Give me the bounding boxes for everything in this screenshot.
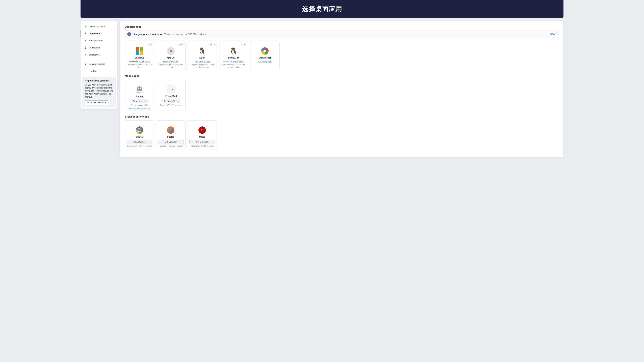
survey-button[interactable]: TAKE THE SURVEY [85, 100, 108, 105]
windows-note: Requires Windows 8.1, 10 (32 & 64 bit) [127, 64, 152, 68]
linux-version: v 3.6.1 [210, 44, 215, 46]
sidebar-item-dedicated-ip[interactable]: 🔒 Dedicated IP [80, 44, 118, 51]
linux-arm64-link[interactable]: arm64 [233, 61, 238, 63]
linux-download-link[interactable]: Download (64-bit) [194, 61, 210, 63]
macos-download-row: Download (64-bit) [163, 61, 178, 63]
chromebook-icon [261, 47, 268, 55]
android-note1: Requires Android 5.0+ [131, 104, 148, 107]
firefox-note: Requires Firefox v57 or Newer [159, 145, 183, 147]
android-robot-icon: 🤖 [136, 86, 142, 91]
linux-arm-download-row: Download arm64 armhf [223, 61, 244, 63]
linux-icon: 🐧 [198, 47, 206, 55]
opera-app-card: O Opera Get Extension Requires Opera v52… [188, 120, 217, 149]
linux-name: Linux [200, 57, 205, 59]
sidebar-item-log-out[interactable]: ↩ Log Out [80, 67, 118, 74]
chrome-name: Chrome [136, 136, 144, 138]
android-label: android [136, 91, 143, 93]
top-banner: 选择桌面应用 [80, 0, 564, 18]
firefox-icon [167, 126, 174, 134]
firefox-icon-area [166, 126, 175, 134]
chromebook-smart-dns-link[interactable]: Set Smart DNS [258, 61, 272, 63]
sidebar-item-identity-guard[interactable]: ✔ Identity Guard [80, 37, 118, 44]
dns-icon: ◎ [84, 53, 87, 56]
android-app-card: 🤖 android Android Go to play store Requi… [125, 80, 154, 111]
changelog-view-link[interactable]: VIEW › [550, 33, 556, 35]
macos-icon-area: ✕ [166, 47, 175, 55]
ios-note1: Requires iOS 12.1 or Newer [160, 104, 182, 107]
support-icon: ◉ [84, 62, 87, 65]
sidebar-item-contact-support[interactable]: ◉ Contact Support [80, 60, 118, 67]
firefox-name: Firefox [168, 136, 174, 138]
windows-version: v 3.6.1 [147, 44, 152, 46]
mobile-section-title: Mobile apps [125, 74, 559, 77]
chromebook-version [277, 44, 278, 46]
firefox-app-card: Firefox Get Extension Requires Firefox v… [156, 120, 186, 149]
sidebar-item-smart-dns[interactable]: ◎ Smart DNS [80, 51, 118, 58]
macos-app-card: v 3.6.1 ✕ Mac OS Download (64-bit) Requi… [156, 41, 186, 70]
windows-app-card: v 3.6.1 Windows Download 32-bit 64-bit R… [125, 41, 154, 70]
android-store-button[interactable]: Go to play store [131, 99, 148, 103]
chromebook-name: Chromebook [258, 57, 272, 59]
windows-download-label: Download [129, 61, 138, 63]
windows-icon [136, 47, 143, 55]
changelog-description: View the changelogs and SHA-256 checksum… [164, 33, 207, 35]
download-icon: ⬇ [84, 32, 87, 35]
android-apk-link[interactable]: Download APK (Advanced) [128, 107, 150, 109]
opera-icon: O [198, 126, 206, 134]
chromebook-icon-area [260, 47, 269, 55]
opera-extension-button[interactable]: Get Extension [190, 140, 215, 144]
windows-32bit-link[interactable]: 32-bit [139, 61, 144, 63]
chromebook-app-card: Chromebook Set Smart DNS [250, 41, 280, 70]
browser-apps-grid: Chrome Get Extension Requires Chrome v48… [125, 120, 559, 149]
ios-app-card: iOS iPhone/iPad Go to App Store Requires… [156, 80, 186, 111]
sidebar: ⚙ Account Settings ⬇ Downloads ✔ Identit… [80, 21, 118, 109]
changelog-bar: C Changelogs and Checksums View the chan… [125, 30, 559, 38]
chromebook-download-row: Set Smart DNS [258, 61, 272, 63]
logout-icon: ↩ [84, 69, 87, 72]
linux-icon-area: 🐧 [198, 47, 206, 55]
banner-title: 选择桌面应用 [87, 5, 557, 13]
windows-icon-area [135, 47, 144, 55]
linux-arm-app-card: v 3.6.1 🐧 Linux ARM Download arm64 armhf… [219, 41, 248, 70]
chrome-icon [136, 126, 143, 134]
sidebar-item-account-settings[interactable]: ⚙ Account Settings [80, 23, 118, 30]
opera-note: Requires Opera v52 or Newer [190, 145, 214, 147]
help-description: Do you want to make PIA even better? If … [85, 83, 113, 98]
linux-arm-name: Linux ARM [228, 57, 239, 59]
settings-icon: ⚙ [84, 25, 87, 28]
help-box: Help us serve you better Do you want to … [82, 77, 116, 107]
windows-64bit-link[interactable]: 64-bit [145, 61, 150, 63]
changelog-title: Changelogs and Checksums [133, 33, 162, 35]
macos-note: Requires macOS 10.13+ (64-bit only) [158, 64, 184, 68]
ios-name: iPhone/iPad [165, 95, 177, 97]
macos-name: Mac OS [167, 57, 175, 59]
firefox-extension-button[interactable]: Get Extension [158, 140, 184, 144]
macos-version: v 3.6.1 [178, 44, 184, 46]
linux-arm-icon-area: 🐧 [229, 47, 238, 55]
sidebar-item-downloads[interactable]: ⬇ Downloads [80, 30, 118, 37]
browser-section-title: Browser extensions [125, 115, 559, 118]
android-icon-wrap: 🤖 android [136, 86, 143, 93]
chrome-note: Requires Chrome v48 or Newer [127, 145, 152, 147]
ios-icon-area: iOS [166, 85, 175, 94]
mobile-apps-grid: 🤖 android Android Go to play store Requi… [125, 80, 559, 111]
help-title: Help us serve you better [85, 79, 113, 82]
linux-arm-download-label: Download [223, 61, 232, 63]
linux-app-card: v 3.6.1 🐧 Linux Download (64-bit) Requir… [188, 41, 217, 70]
lock-icon: 🔒 [84, 46, 87, 49]
desktop-section-title: Desktop apps [125, 25, 559, 28]
linux-note: Requires Ubuntu 18.04+, Mint 19+, Arch, … [190, 64, 215, 68]
main-content: Desktop apps C Changelogs and Checksums … [120, 21, 564, 157]
linux-arm-note: Requires Ubuntu 18.04+, Mint 19+, Arch, … [221, 64, 246, 68]
macos-icon: ✕ [167, 47, 175, 55]
opera-icon-area: O [198, 126, 206, 134]
linux-arm-icon: 🐧 [230, 47, 238, 55]
chrome-extension-button[interactable]: Get Extension [127, 140, 152, 144]
changelog-icon: C [127, 32, 131, 36]
linux-armhf-link[interactable]: armhf [239, 61, 244, 63]
ios-store-button[interactable]: Go to App Store [162, 99, 180, 103]
macos-download-link[interactable]: Download (64-bit) [163, 61, 178, 63]
shield-icon: ✔ [84, 39, 87, 42]
linux-download-row: Download (64-bit) [194, 61, 210, 63]
android-icon-area: 🤖 android [135, 85, 144, 94]
